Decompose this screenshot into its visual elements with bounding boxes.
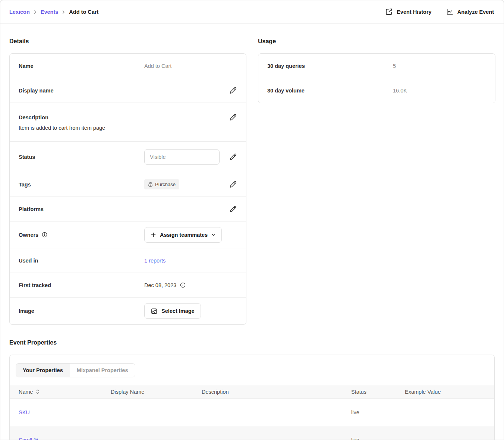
assign-teammates-button[interactable]: Assign teammates: [144, 227, 222, 243]
properties-table-header: Name Display Name Description Status Exa…: [10, 385, 494, 399]
edit-platforms-button[interactable]: [229, 205, 237, 213]
column-header-example-value: Example Value: [405, 389, 485, 395]
edit-display-name-button[interactable]: [229, 87, 237, 95]
chevron-down-icon: [211, 233, 215, 237]
description-label: Description: [19, 114, 144, 120]
used-in-reports-link[interactable]: 1 reports: [144, 258, 166, 264]
event-history-label: Event History: [397, 9, 431, 15]
column-header-name[interactable]: Name: [19, 389, 33, 395]
tag-chip-label: Purchase: [155, 182, 176, 187]
usage-card: 30 day queries 5 30 day volume 16.0K: [258, 53, 495, 103]
display-name-label: Display name: [19, 88, 144, 94]
detail-row-name: Name Add to Cart: [10, 54, 246, 78]
queries-value: 5: [393, 63, 486, 69]
property-status: live: [351, 409, 405, 415]
money-bag-icon: $: [148, 182, 153, 187]
event-properties-section: Event Properties Your Properties Mixpane…: [9, 339, 495, 440]
analyze-event-button[interactable]: Analyze Event: [446, 8, 494, 16]
volume-label: 30 day volume: [267, 88, 393, 94]
pencil-icon: [229, 180, 237, 189]
usage-row-volume: 30 day volume 16.0K: [258, 78, 495, 103]
platforms-label: Platforms: [19, 206, 144, 212]
chevron-right-icon: [62, 10, 66, 14]
properties-tabs: Your Properties Mixpanel Properties: [10, 355, 494, 385]
column-header-status: Status: [351, 389, 405, 395]
edit-status-button[interactable]: [229, 153, 237, 161]
event-properties-heading: Event Properties: [9, 339, 495, 346]
usage-section: Usage 30 day queries 5 30 day volume 16.…: [258, 23, 495, 103]
first-tracked-label: First tracked: [19, 282, 144, 288]
info-icon[interactable]: [180, 282, 186, 288]
table-row[interactable]: SKU live: [10, 399, 494, 426]
details-heading: Details: [9, 38, 246, 45]
column-header-description: Description: [202, 389, 351, 395]
detail-row-display-name: Display name: [10, 78, 246, 103]
chevron-right-icon: [33, 10, 37, 14]
detail-row-platforms: Platforms: [10, 197, 246, 221]
breadcrumb: Lexicon Events Add to Cart: [9, 9, 98, 15]
select-image-label: Select Image: [161, 308, 195, 314]
event-history-button[interactable]: Event History: [385, 8, 431, 16]
breadcrumb-events-link[interactable]: Events: [41, 9, 59, 15]
volume-value: 16.0K: [393, 88, 486, 94]
pencil-icon: [229, 205, 237, 213]
tag-chip-purchase[interactable]: $ Purchase: [144, 179, 179, 189]
detail-row-used-in: Used in 1 reports: [10, 248, 246, 273]
status-input[interactable]: [144, 149, 220, 165]
used-in-label: Used in: [19, 258, 144, 264]
status-label: Status: [19, 154, 144, 160]
detail-row-owners: Owners Assign teammates: [10, 221, 246, 248]
pencil-icon: [229, 113, 237, 122]
image-icon: [151, 308, 158, 315]
property-name-link[interactable]: SKU: [19, 409, 111, 415]
event-properties-card: Your Properties Mixpanel Properties Name…: [9, 355, 495, 440]
tags-label: Tags: [19, 182, 144, 188]
usage-heading: Usage: [258, 38, 495, 45]
tab-mixpanel-properties[interactable]: Mixpanel Properties: [70, 364, 135, 377]
table-row[interactable]: Scroll % live: [10, 426, 494, 440]
pencil-icon: [229, 87, 237, 95]
detail-row-tags: Tags $ Purchase: [10, 172, 246, 197]
queries-label: 30 day queries: [267, 63, 393, 69]
info-icon[interactable]: [41, 232, 48, 238]
column-header-display-name: Display Name: [111, 389, 202, 395]
select-image-button[interactable]: Select Image: [144, 303, 201, 319]
svg-text:$: $: [150, 184, 151, 186]
details-section: Details Name Add to Cart Display name: [9, 23, 246, 325]
topbar-actions: Event History Analyze Event: [385, 8, 494, 16]
edit-tags-button[interactable]: [229, 180, 237, 189]
pencil-icon: [229, 153, 237, 161]
description-text: Item is added to cart from item page: [19, 125, 237, 131]
tab-your-properties[interactable]: Your Properties: [16, 364, 70, 377]
sort-icon[interactable]: [36, 389, 40, 394]
assign-teammates-label: Assign teammates: [160, 232, 208, 238]
first-tracked-value: Dec 08, 2023: [144, 282, 176, 288]
name-label: Name: [19, 63, 144, 69]
property-status: live: [351, 437, 405, 440]
details-card: Name Add to Cart Display name Descriptio…: [9, 53, 246, 325]
name-value: Add to Cart: [144, 63, 237, 69]
edit-description-button[interactable]: [229, 113, 237, 122]
property-name-link[interactable]: Scroll %: [19, 437, 111, 440]
analyze-event-label: Analyze Event: [457, 9, 494, 15]
owners-label: Owners: [19, 232, 38, 238]
usage-row-queries: 30 day queries 5: [258, 54, 495, 78]
breadcrumb-lexicon-link[interactable]: Lexicon: [9, 9, 30, 15]
external-link-icon: [385, 8, 393, 16]
plus-icon: [151, 232, 156, 238]
breadcrumb-current-event: Add to Cart: [69, 9, 98, 15]
detail-row-first-tracked: First tracked Dec 08, 2023: [10, 273, 246, 298]
detail-row-description: Description Item is added to cart from i…: [10, 103, 246, 142]
image-label: Image: [19, 308, 144, 314]
topbar: Lexicon Events Add to Cart Event History: [0, 0, 504, 23]
line-chart-icon: [446, 8, 454, 16]
detail-row-image: Image Select Image: [10, 298, 246, 324]
detail-row-status: Status: [10, 142, 246, 172]
